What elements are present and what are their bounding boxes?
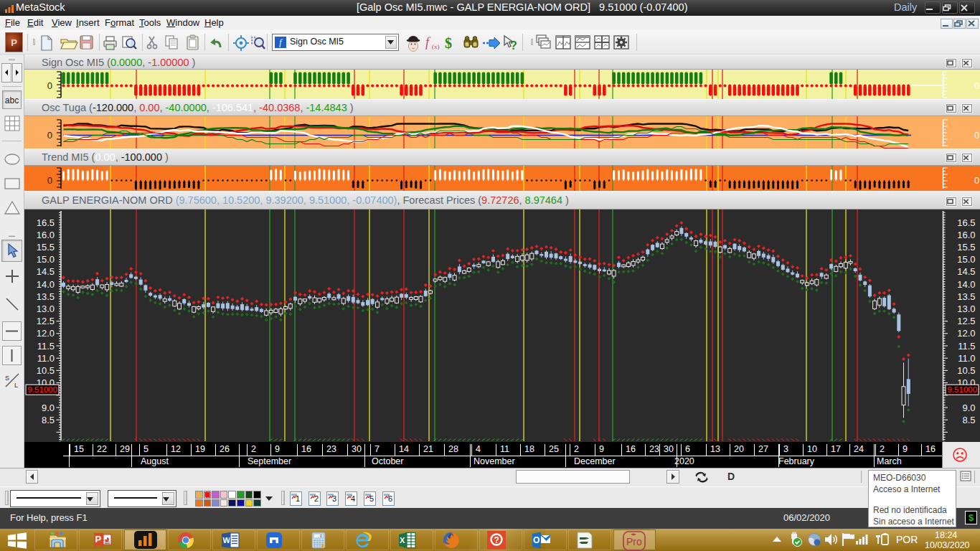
svg-text:16.5: 16.5 xyxy=(957,217,975,228)
svg-text:13.5: 13.5 xyxy=(957,291,975,302)
svg-text:15.0: 15.0 xyxy=(37,254,55,265)
svg-text:10.5: 10.5 xyxy=(957,365,975,376)
svg-text:0: 0 xyxy=(974,80,979,91)
svg-text:16.0: 16.0 xyxy=(37,230,55,240)
svg-text:0: 0 xyxy=(47,80,52,91)
svg-text:S: S xyxy=(5,375,9,382)
svg-text:14.0: 14.0 xyxy=(957,279,975,290)
svg-text:X: X xyxy=(400,536,405,545)
svg-text:12.0: 12.0 xyxy=(957,328,975,339)
svg-text:0: 0 xyxy=(47,175,52,186)
svg-text:10.5: 10.5 xyxy=(37,365,55,376)
svg-text:9.51000: 9.51000 xyxy=(948,385,978,394)
svg-text:W: W xyxy=(223,536,231,545)
svg-text:14.5: 14.5 xyxy=(957,266,975,277)
svg-text:15.5: 15.5 xyxy=(37,242,55,253)
svg-text:f: f xyxy=(425,35,431,50)
svg-text:14.5: 14.5 xyxy=(37,266,55,277)
svg-text:Pro: Pro xyxy=(626,536,642,547)
svg-text:16.5: 16.5 xyxy=(37,217,55,228)
svg-text:?: ? xyxy=(510,39,517,52)
svg-text:11.0: 11.0 xyxy=(37,353,55,364)
svg-text:12.5: 12.5 xyxy=(957,316,975,326)
svg-text:8.5: 8.5 xyxy=(962,415,975,425)
svg-text:11.0: 11.0 xyxy=(958,353,975,364)
svg-text:13.0: 13.0 xyxy=(957,303,975,314)
svg-text:O: O xyxy=(533,535,540,545)
svg-text:0: 0 xyxy=(974,175,979,186)
svg-text:L: L xyxy=(14,382,18,389)
svg-text:11.5: 11.5 xyxy=(958,341,975,352)
svg-text:P: P xyxy=(95,534,102,545)
svg-text:9.0: 9.0 xyxy=(962,402,975,413)
svg-text:12.5: 12.5 xyxy=(37,316,55,326)
svg-text:16.0: 16.0 xyxy=(957,230,975,240)
svg-text:14.0: 14.0 xyxy=(37,279,55,290)
svg-text:15.0: 15.0 xyxy=(957,254,975,265)
svg-text:12.0: 12.0 xyxy=(37,328,55,339)
svg-text:13.0: 13.0 xyxy=(37,303,55,314)
svg-text:0: 0 xyxy=(974,130,979,141)
svg-text:8.5: 8.5 xyxy=(42,415,55,425)
svg-text:?: ? xyxy=(494,535,499,545)
svg-text:9.51000: 9.51000 xyxy=(28,385,58,394)
svg-text:9.0: 9.0 xyxy=(42,402,55,413)
svg-text:15.5: 15.5 xyxy=(957,242,975,253)
svg-text:0: 0 xyxy=(320,534,322,538)
svg-text:$: $ xyxy=(445,35,452,51)
svg-text:0: 0 xyxy=(47,130,52,141)
svg-text:(x): (x) xyxy=(432,43,440,50)
svg-text:13.5: 13.5 xyxy=(37,291,55,302)
svg-text:11.5: 11.5 xyxy=(37,341,55,352)
